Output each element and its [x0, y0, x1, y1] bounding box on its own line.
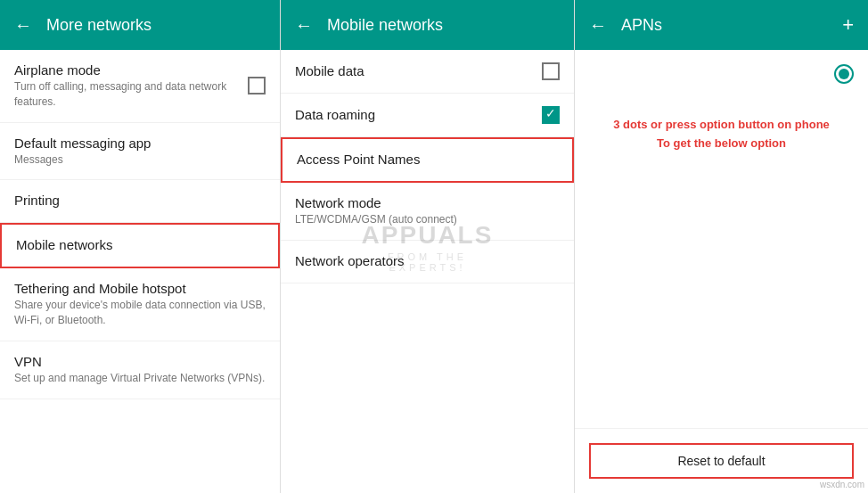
setting-text-tethering: Tethering and Mobile hotspotShare your d… [14, 281, 266, 328]
setting-text-printing: Printing [14, 193, 266, 210]
setting-title-default-messaging: Default messaging app [14, 136, 266, 151]
setting-item-printing[interactable]: Printing [0, 180, 280, 223]
back-arrow-more-networks[interactable]: ← [14, 15, 32, 36]
setting-item-mobile-data[interactable]: Mobile data [281, 50, 574, 94]
setting-title-mobile-networks: Mobile networks [16, 237, 264, 252]
back-arrow-mobile-networks[interactable]: ← [295, 15, 313, 36]
setting-item-tethering[interactable]: Tethering and Mobile hotspotShare your d… [0, 268, 280, 341]
setting-title-airplane-mode: Airplane mode [14, 62, 241, 78]
setting-title-mobile-data: Mobile data [295, 63, 535, 78]
checkbox-airplane-mode[interactable] [248, 77, 266, 94]
setting-title-network-mode: Network mode [295, 195, 560, 210]
checkbox-data-roaming[interactable] [542, 106, 560, 124]
add-apn-button[interactable]: + [842, 13, 854, 37]
setting-subtitle-default-messaging: Messages [14, 152, 266, 168]
more-networks-header: ← More networks [0, 0, 280, 50]
apn-radio-area [575, 50, 868, 98]
setting-text-airplane-mode: Airplane modeTurn off calling, messaging… [14, 62, 241, 110]
apns-header: ← APNs + [575, 0, 868, 50]
mobile-networks-content: Mobile dataData roamingAccess Point Name… [281, 50, 574, 493]
setting-title-tethering: Tethering and Mobile hotspot [14, 281, 266, 296]
reset-to-default-button[interactable]: Reset to default [589, 443, 854, 479]
apns-panel: ← APNs + 3 dots or press option button o… [575, 0, 868, 493]
setting-text-network-operators: Network operators [295, 253, 560, 270]
setting-title-data-roaming: Data roaming [295, 107, 535, 122]
mobile-networks-title: Mobile networks [327, 16, 560, 35]
setting-title-vpn: VPN [14, 354, 266, 369]
more-networks-content: Airplane modeTurn off calling, messaging… [0, 50, 280, 493]
wsxdn-watermark: wsxdn.com [820, 480, 864, 489]
apn-instruction: 3 dots or press option button on phoneTo… [575, 98, 868, 171]
setting-subtitle-airplane-mode: Turn off calling, messaging and data net… [14, 79, 241, 110]
apns-title: APNs [621, 16, 842, 35]
more-networks-title: More networks [46, 16, 266, 35]
setting-text-vpn: VPNSet up and manage Virtual Private Net… [14, 354, 266, 386]
apn-radio-button[interactable] [834, 64, 854, 84]
mobile-networks-header: ← Mobile networks [281, 0, 574, 50]
mobile-networks-panel: ← Mobile networks Mobile dataData roamin… [281, 0, 575, 493]
apns-inner: 3 dots or press option button on phoneTo… [575, 50, 868, 493]
checkbox-mobile-data[interactable] [542, 62, 560, 80]
setting-text-default-messaging: Default messaging appMessages [14, 136, 266, 168]
setting-subtitle-vpn: Set up and manage Virtual Private Networ… [14, 371, 266, 386]
setting-item-airplane-mode[interactable]: Airplane modeTurn off calling, messaging… [0, 50, 280, 123]
setting-item-mobile-networks[interactable]: Mobile networks [0, 223, 280, 268]
setting-title-network-operators: Network operators [295, 253, 560, 268]
setting-item-default-messaging[interactable]: Default messaging appMessages [0, 123, 280, 181]
setting-item-access-point-names[interactable]: Access Point Names [281, 137, 574, 183]
setting-text-access-point-names: Access Point Names [297, 152, 558, 168]
setting-item-data-roaming[interactable]: Data roaming [281, 94, 574, 137]
setting-item-vpn[interactable]: VPNSet up and manage Virtual Private Net… [0, 341, 280, 399]
back-arrow-apns[interactable]: ← [589, 15, 607, 36]
setting-item-network-mode[interactable]: Network modeLTE/WCDMA/GSM (auto connect) [281, 183, 574, 241]
more-networks-panel: ← More networks Airplane modeTurn off ca… [0, 0, 281, 493]
setting-subtitle-network-mode: LTE/WCDMA/GSM (auto connect) [295, 212, 560, 227]
setting-text-mobile-data: Mobile data [295, 63, 535, 80]
setting-text-mobile-networks: Mobile networks [16, 237, 264, 254]
apn-radio-inner [839, 69, 849, 79]
setting-item-network-operators[interactable]: Network operators [281, 241, 574, 283]
setting-text-network-mode: Network modeLTE/WCDMA/GSM (auto connect) [295, 195, 560, 227]
setting-text-data-roaming: Data roaming [295, 107, 535, 124]
setting-title-access-point-names: Access Point Names [297, 152, 558, 167]
setting-title-printing: Printing [14, 193, 266, 208]
setting-subtitle-tethering: Share your device's mobile data connecti… [14, 298, 266, 328]
